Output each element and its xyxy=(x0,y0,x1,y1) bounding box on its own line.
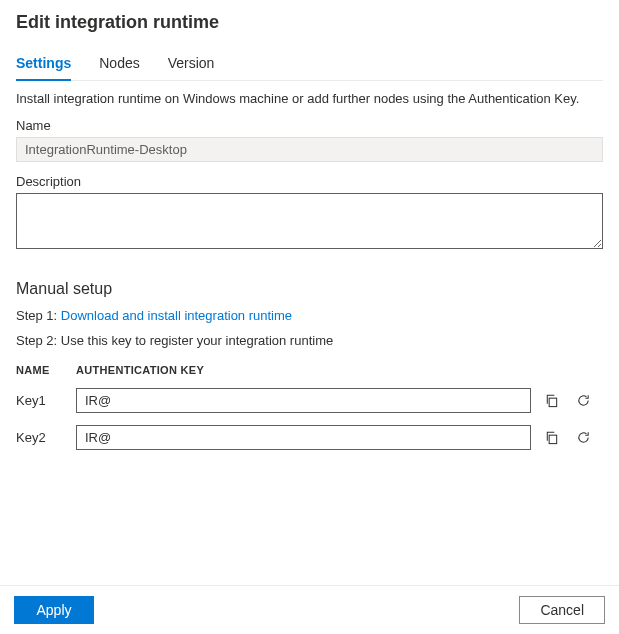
name-label: Name xyxy=(16,118,603,133)
auth-key-input[interactable] xyxy=(76,425,531,450)
edit-integration-runtime-panel: Edit integration runtime Settings Nodes … xyxy=(0,0,619,456)
footer: Apply Cancel xyxy=(0,585,619,634)
description-textarea[interactable] xyxy=(16,193,603,249)
step-2: Step 2: Use this key to register your in… xyxy=(16,333,603,348)
page-title: Edit integration runtime xyxy=(16,12,603,33)
step-1: Step 1: Download and install integration… xyxy=(16,308,603,323)
manual-setup-heading: Manual setup xyxy=(16,280,603,298)
description-field: Description xyxy=(16,174,603,252)
copy-icon[interactable] xyxy=(539,426,563,450)
download-runtime-link[interactable]: Download and install integration runtime xyxy=(61,308,292,323)
helper-text: Install integration runtime on Windows m… xyxy=(16,91,603,106)
refresh-icon[interactable] xyxy=(571,426,595,450)
col-name: NAME xyxy=(16,358,76,382)
key-name-cell: Key1 xyxy=(16,382,76,419)
name-field: Name xyxy=(16,118,603,162)
cancel-button[interactable]: Cancel xyxy=(519,596,605,624)
step-1-prefix: Step 1: xyxy=(16,308,61,323)
tab-settings[interactable]: Settings xyxy=(16,49,71,81)
description-label: Description xyxy=(16,174,603,189)
apply-button[interactable]: Apply xyxy=(14,596,94,624)
tab-bar: Settings Nodes Version xyxy=(16,49,603,81)
name-input xyxy=(16,137,603,162)
svg-rect-0 xyxy=(549,398,557,406)
table-row: Key1 xyxy=(16,382,603,419)
col-auth-key: AUTHENTICATION KEY xyxy=(76,358,539,382)
auth-key-input[interactable] xyxy=(76,388,531,413)
table-row: Key2 xyxy=(16,419,603,456)
auth-key-table: NAME AUTHENTICATION KEY Key1 xyxy=(16,358,603,456)
copy-icon[interactable] xyxy=(539,389,563,413)
tab-version[interactable]: Version xyxy=(168,49,215,81)
svg-rect-1 xyxy=(549,435,557,443)
tab-nodes[interactable]: Nodes xyxy=(99,49,139,81)
refresh-icon[interactable] xyxy=(571,389,595,413)
key-name-cell: Key2 xyxy=(16,419,76,456)
